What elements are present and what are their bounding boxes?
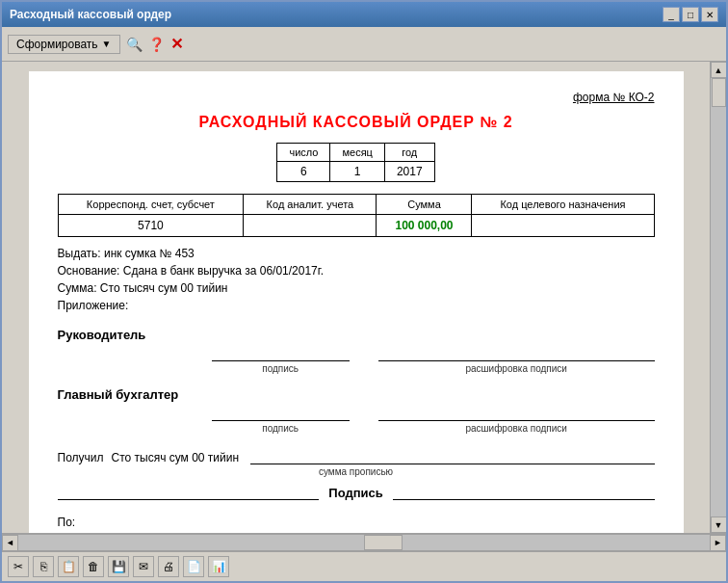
summa-propisyu-label: сумма прописью: [58, 466, 655, 477]
maximize-button[interactable]: □: [682, 7, 699, 22]
scroll-track: [711, 78, 726, 517]
poluchil-value: Сто тысяч сум 00 тийин: [112, 451, 240, 464]
date-table: число месяц год 6 1 2017: [276, 143, 434, 182]
scroll-left-button[interactable]: ◄: [2, 535, 18, 551]
year-value: 2017: [384, 162, 434, 182]
help-icon[interactable]: ❓: [148, 37, 165, 52]
col2-value: [244, 215, 377, 237]
po-label: По:: [58, 516, 76, 529]
scroll-h-track: [18, 535, 710, 550]
vydat-line: Выдать: инк сумка № 453: [58, 247, 655, 260]
horizontal-scrollbar[interactable]: ◄ ►: [2, 534, 726, 550]
document-title: РАСХОДНЫЙ КАССОВЫЙ ОРДЕР № 2: [58, 114, 655, 131]
print-icon[interactable]: 🖨: [158, 556, 179, 577]
rukovoditel-label: Руководитель: [58, 328, 146, 342]
minimize-button[interactable]: _: [663, 7, 680, 22]
search-icon[interactable]: 🔍: [126, 37, 143, 52]
col4-header: Код целевого назначения: [472, 195, 654, 215]
osnovanie-line: Основание: Сдана в банк выручка за 06/01…: [58, 264, 655, 278]
close-button[interactable]: ✕: [701, 7, 718, 22]
rukovoditel-podpis-label: подпись: [212, 363, 350, 374]
col4-value: [472, 215, 654, 237]
bottom-bar: ◄ ► ✂ ⎘ 📋 🗑 💾 ✉ 🖨 📄 📊: [2, 533, 726, 581]
year-label: год: [384, 144, 434, 162]
paste-icon[interactable]: 📋: [58, 556, 79, 577]
rukovoditel-section: Руководитель подпись расшифровка подписи: [58, 328, 655, 533]
day-value: 6: [277, 162, 330, 182]
window-controls: _ □ ✕: [663, 7, 718, 22]
col2-header: Код аналит. учета: [244, 195, 377, 215]
gl-buhgalter-rasshifrovka-label: расшифровка подписи: [378, 423, 655, 434]
col1-value: 5710: [58, 215, 244, 237]
gl-buhgalter-podpis-label: подпись: [212, 423, 350, 434]
format-button[interactable]: Сформировать ▼: [8, 35, 120, 54]
vertical-scrollbar[interactable]: ▲ ▼: [710, 62, 726, 533]
chart-icon[interactable]: 📊: [208, 556, 229, 577]
month-value: 1: [330, 162, 384, 182]
day-label: число: [277, 144, 330, 162]
col1-header: Корреспонд. счет, субсчет: [58, 195, 244, 215]
format-button-label: Сформировать: [16, 38, 98, 51]
document: форма № КО-2 РАСХОДНЫЙ КАССОВЫЙ ОРДЕР № …: [29, 71, 684, 533]
rukovoditel-rasshifrovka-label: расшифровка подписи: [378, 363, 655, 374]
col3-value: 100 000,00: [377, 215, 472, 237]
title-bar: Расходный кассовый ордер _ □ ✕: [2, 2, 726, 27]
info-section: Выдать: инк сумка № 453 Основание: Сдана…: [58, 247, 655, 312]
taskbar: ✂ ⎘ 📋 🗑 💾 ✉ 🖨 📄 📊: [2, 550, 726, 581]
details-table: Корреспонд. счет, субсчет Код аналит. уч…: [58, 194, 655, 237]
scroll-down-button[interactable]: ▼: [711, 517, 727, 533]
gl-buhgalter-label: Главный бухгалтер: [58, 387, 179, 402]
window-title: Расходный кассовый ордер: [10, 8, 171, 21]
poluchil-label: Получил: [58, 451, 104, 464]
main-window: Расходный кассовый ордер _ □ ✕ Сформиров…: [0, 0, 728, 583]
scroll-thumb[interactable]: [712, 78, 726, 107]
cut-icon[interactable]: ✂: [8, 556, 29, 577]
email-icon[interactable]: ✉: [133, 556, 154, 577]
toolbar: Сформировать ▼ 🔍 ❓ ✕: [2, 27, 726, 62]
prilozhenie-line: Приложение:: [58, 299, 655, 312]
scroll-h-thumb[interactable]: [364, 535, 403, 550]
scroll-right-button[interactable]: ►: [710, 535, 726, 551]
col3-header: Сумма: [377, 195, 472, 215]
document-icon[interactable]: 📄: [183, 556, 204, 577]
save-icon[interactable]: 💾: [108, 556, 129, 577]
form-number: форма № КО-2: [58, 91, 655, 104]
content-area: форма № КО-2 РАСХОДНЫЙ КАССОВЫЙ ОРДЕР № …: [2, 62, 726, 533]
scroll-up-button[interactable]: ▲: [711, 62, 727, 78]
chevron-down-icon: ▼: [102, 39, 112, 49]
delete-icon[interactable]: 🗑: [83, 556, 104, 577]
close-icon[interactable]: ✕: [170, 35, 183, 53]
summa-line: Сумма: Сто тысяч сум 00 тийин: [58, 281, 655, 295]
copy-icon[interactable]: ⎘: [33, 556, 54, 577]
month-label: месяц: [330, 144, 384, 162]
podpis-label: Подпись: [328, 486, 382, 500]
document-container: форма № КО-2 РАСХОДНЫЙ КАССОВЫЙ ОРДЕР № …: [2, 62, 710, 533]
